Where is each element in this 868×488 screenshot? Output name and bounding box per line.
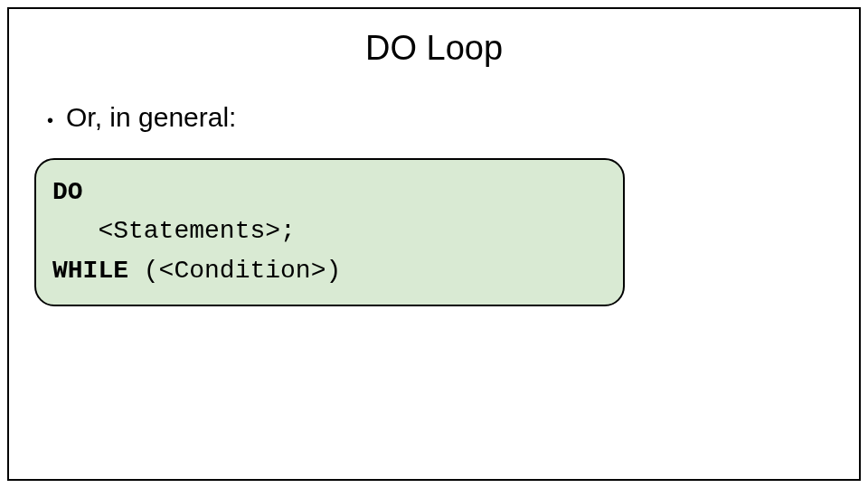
keyword-while: WHILE bbox=[52, 257, 128, 285]
slide-frame: DO Loop • Or, in general: DO <Statements… bbox=[7, 7, 861, 481]
bullet-dot-icon: • bbox=[47, 111, 53, 129]
code-condition: (<Condition>) bbox=[128, 257, 341, 285]
code-line-2: <Statements>; bbox=[52, 211, 607, 250]
keyword-do: DO bbox=[52, 178, 83, 206]
bullet-list: • Or, in general: bbox=[47, 102, 859, 133]
code-line-1: DO bbox=[52, 173, 607, 211]
bullet-text: Or, in general: bbox=[66, 102, 236, 133]
code-box: DO <Statements>; WHILE (<Condition>) bbox=[34, 158, 625, 306]
code-line-3: WHILE (<Condition>) bbox=[52, 251, 607, 290]
slide-title: DO Loop bbox=[9, 29, 859, 68]
bullet-item: • Or, in general: bbox=[47, 102, 859, 133]
